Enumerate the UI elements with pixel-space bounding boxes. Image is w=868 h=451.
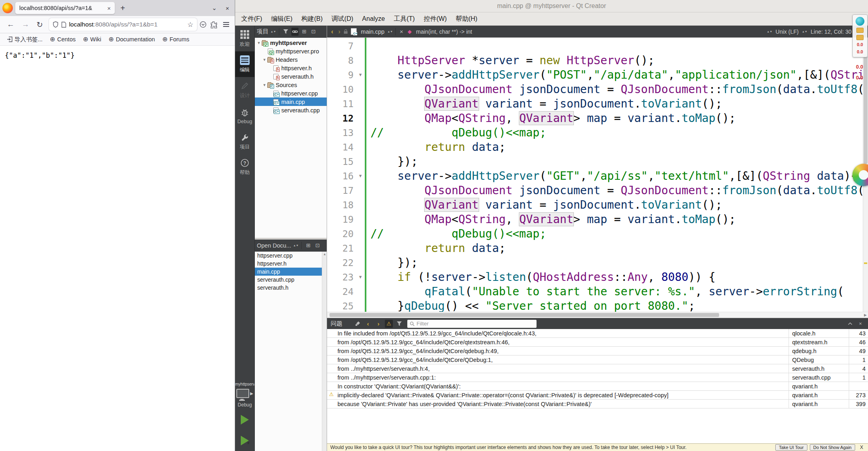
- list-tabs-chevron-icon[interactable]: ⌄: [209, 4, 220, 12]
- issue-row[interactable]: from /opt/Qt5.12.9/5.12.9/gcc_64/include…: [327, 338, 868, 347]
- tree-item-main-cpp[interactable]: C+main.cpp: [255, 98, 327, 106]
- previous-issue-icon[interactable]: ‹: [364, 320, 372, 328]
- issue-row[interactable]: ⚠implicitly-declared 'QVariant::Private&…: [327, 391, 868, 400]
- sync-with-editor-icon[interactable]: [291, 28, 299, 36]
- open-doc-serverauth-h[interactable]: serverauth.h: [255, 284, 327, 292]
- expander-icon[interactable]: ▼: [256, 41, 261, 45]
- menu-b[interactable]: 构建(B): [297, 12, 327, 25]
- browser-tab[interactable]: localhost:8080/api/ss/?a=1& ×: [15, 2, 115, 14]
- tab-close-icon[interactable]: ×: [106, 5, 112, 12]
- issue-row[interactable]: because 'QVariant::Private' has user-pro…: [327, 400, 868, 408]
- tree-item-serverauth-h[interactable]: hserverauth.h: [255, 72, 327, 81]
- editor-filename[interactable]: main.cpp: [361, 28, 384, 35]
- bookmark-import[interactable]: 导入书签...: [4, 36, 45, 43]
- cursor-dropdown-icon[interactable]: ▲▼: [802, 30, 807, 33]
- clean-icon[interactable]: [354, 320, 362, 328]
- overlay-widget-toolbar[interactable]: 0.0 0.0: [852, 14, 868, 57]
- run-button[interactable]: [241, 415, 249, 425]
- pocket-icon[interactable]: [199, 21, 207, 28]
- editor-horizontal-scrollbar[interactable]: ▶: [327, 312, 868, 318]
- maximize-panel-icon[interactable]: [846, 320, 854, 328]
- open-doc-httpserver-cpp[interactable]: httpserver.cpp: [255, 252, 327, 260]
- code-editor[interactable]: 78 HttpServer *server = new HttpServer()…: [327, 38, 868, 312]
- qtcreator-title-bar[interactable]: main.cpp @ myhttpserver - Qt Creator: [235, 0, 868, 12]
- menu-hamburger-icon[interactable]: [221, 22, 232, 26]
- mode-debug[interactable]: Debug: [235, 103, 254, 128]
- bookmark-star-icon[interactable]: ☆: [187, 20, 193, 29]
- nav-forward-icon[interactable]: ›: [337, 28, 342, 36]
- menu-analyze[interactable]: Analyze: [358, 12, 389, 25]
- infobar-button-take-ui-tour[interactable]: Take UI Tour: [775, 444, 807, 451]
- extensions-puzzle-icon[interactable]: [210, 21, 218, 28]
- next-issue-icon[interactable]: ›: [374, 320, 382, 328]
- firefox-icon[interactable]: [2, 3, 13, 13]
- forward-icon[interactable]: →: [18, 20, 33, 29]
- show-warnings-toggle-icon[interactable]: ⚠: [385, 320, 393, 328]
- fold-marker-icon[interactable]: ▼: [356, 169, 365, 183]
- expander-icon[interactable]: ▼: [262, 83, 267, 87]
- issue-row[interactable]: from /opt/Qt5.12.9/5.12.9/gcc_64/include…: [327, 347, 868, 356]
- tree-item-httpserver-cpp[interactable]: C+httpserver.cpp: [255, 89, 327, 98]
- menu-f[interactable]: 文件(F): [237, 12, 266, 25]
- pane-selector-icon[interactable]: ▲▼: [293, 244, 299, 246]
- issue-row[interactable]: from ../myhttpserver/serverauth.h:4,serv…: [327, 364, 868, 373]
- close-document-icon[interactable]: ×: [398, 28, 405, 35]
- scrollbar-thumb[interactable]: [329, 313, 719, 317]
- mode-help[interactable]: ?帮助: [235, 154, 254, 180]
- issue-row[interactable]: from /opt/Qt5.12.9/5.12.9/gcc_64/include…: [327, 356, 868, 364]
- current-symbol[interactable]: main(int, char **) -> int: [416, 28, 472, 35]
- close-panel-icon[interactable]: ×: [856, 320, 864, 328]
- bookmark-item[interactable]: ⊕Forums: [159, 36, 192, 43]
- debug-run-button[interactable]: ☀: [241, 436, 249, 445]
- close-pane-icon[interactable]: ⊡: [314, 242, 321, 250]
- issues-filter-input[interactable]: Filter: [407, 320, 537, 328]
- close-pane-icon[interactable]: ⊡: [310, 28, 317, 36]
- cursor-position[interactable]: Line: 12, Col: 30: [811, 28, 852, 35]
- bookmark-item[interactable]: ⊕Centos: [47, 36, 78, 43]
- bookmark-item[interactable]: ⊕Wiki: [80, 36, 104, 43]
- tree-item-Headers[interactable]: ▼hHeaders: [255, 55, 327, 64]
- filter-funnel-icon[interactable]: [282, 28, 289, 36]
- issues-tab-label[interactable]: 问题: [331, 320, 342, 327]
- issue-row[interactable]: In file included from /opt/Qt5.12.9/5.12…: [327, 329, 868, 338]
- scroll-up-arrow-icon[interactable]: ▲: [323, 252, 326, 256]
- mode-grid[interactable]: 欢迎: [235, 26, 254, 51]
- target-kit-icon[interactable]: ▶: [236, 389, 253, 398]
- back-icon[interactable]: ←: [3, 20, 18, 29]
- split-pane-icon[interactable]: ⊞: [301, 28, 308, 36]
- new-tab-button[interactable]: +: [117, 4, 128, 13]
- tree-item-serverauth-cpp[interactable]: C+serverauth.cpp: [255, 106, 327, 114]
- pane-selector-icon[interactable]: ▲▼: [270, 30, 276, 33]
- menu-d[interactable]: 调试(D): [327, 12, 358, 25]
- split-pane-icon[interactable]: ⊞: [305, 242, 312, 250]
- browser-window-close-icon[interactable]: ×: [222, 5, 232, 12]
- open-doc-serverauth-cpp[interactable]: serverauth.cpp: [255, 276, 327, 284]
- issue-row[interactable]: In constructor 'QVariant::QVariant(QVari…: [327, 382, 868, 391]
- line-ending-indicator[interactable]: Unix (LF): [776, 28, 799, 35]
- menu-h[interactable]: 帮助(H): [451, 12, 482, 25]
- tree-item-httpserver-h[interactable]: hhttpserver.h: [255, 64, 327, 72]
- overlay-teal-circle-icon[interactable]: [856, 17, 864, 26]
- reload-icon[interactable]: ↻: [33, 20, 47, 29]
- document-dropdown-icon[interactable]: ▲▼: [387, 30, 393, 33]
- open-doc-httpserver-h[interactable]: httpserver.h: [255, 260, 327, 268]
- tree-item-myhttpserver[interactable]: ▼Qtmyhttpserver: [255, 39, 327, 47]
- filter-funnel-icon[interactable]: [395, 320, 403, 328]
- menu-w[interactable]: 控件(W): [419, 12, 451, 25]
- overlay-amber-icon[interactable]: [856, 28, 864, 33]
- issue-row[interactable]: from ../myhttpserver/serverauth.cpp:1:se…: [327, 373, 868, 382]
- menu-e[interactable]: 编辑(E): [266, 12, 297, 25]
- fold-marker-icon[interactable]: ▼: [356, 68, 365, 82]
- overlay-amber-icon[interactable]: [856, 35, 864, 40]
- tree-item-Sources[interactable]: ▼CSources: [255, 81, 327, 89]
- mode-wrench[interactable]: 项目: [235, 128, 254, 154]
- fold-marker-icon[interactable]: ▼: [356, 270, 365, 284]
- mode-edit[interactable]: 编辑: [235, 51, 254, 77]
- encoding-dropdown-icon[interactable]: ▲▼: [767, 30, 772, 33]
- nav-back-icon[interactable]: ‹: [329, 28, 335, 36]
- tree-item-myhttpserver-pro[interactable]: Qtmyhttpserver.pro: [255, 47, 327, 55]
- open-documents-scrollbar[interactable]: ▲: [322, 252, 327, 451]
- open-doc-main-cpp[interactable]: main.cpp: [255, 268, 327, 276]
- menu-t[interactable]: 工具(T): [389, 12, 419, 25]
- bookmark-item[interactable]: ⊕Documentation: [106, 36, 158, 43]
